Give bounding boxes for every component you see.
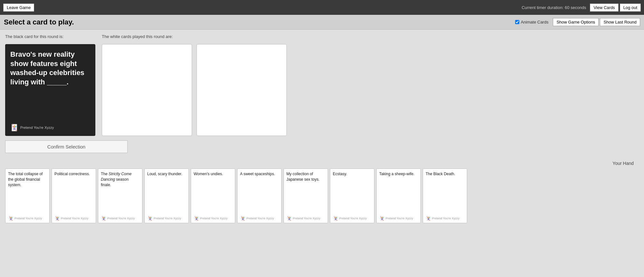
played-cards-label: The white cards played this round are: [102, 34, 639, 39]
hand-card-6[interactable]: My collection of Japanese sex toys. 🃏 Pr… [284, 168, 328, 223]
animate-cards-label[interactable]: Animate Cards [515, 20, 548, 24]
hand-card-logo-2: 🃏 [101, 216, 106, 221]
confirm-selection-button[interactable]: Confirm Selection [5, 140, 128, 153]
hand-card-text-3: Loud, scary thunder. [147, 171, 186, 177]
show-game-options-button[interactable]: Show Game Options [553, 18, 599, 26]
hand-card-logo-0: 🃏 [8, 216, 14, 221]
hand-card-logo-7: 🃏 [333, 216, 338, 221]
hand-card-text-6: My collection of Japanese sex toys. [286, 171, 325, 182]
show-last-round-button[interactable]: Show Last Round [600, 18, 640, 26]
hand-card-footer-7: 🃏 Pretend You're Xyzzy [333, 216, 371, 221]
hand-card-8[interactable]: Taking a sheep-wife. 🃏 Pretend You're Xy… [376, 168, 421, 223]
hand-card-footer-5: 🃏 Pretend You're Xyzzy [240, 216, 279, 221]
hand-card-brand-9: Pretend You're Xyzzy [432, 217, 459, 220]
black-card-text: Bravo's new reality show features eight … [10, 50, 90, 87]
hand-card-4[interactable]: Women's undies. 🃏 Pretend You're Xyzzy [191, 168, 235, 223]
hand-card-1[interactable]: Political correctness. 🃏 Pretend You're … [52, 168, 96, 223]
black-card-brand: Pretend You're Xyzzy [20, 126, 54, 129]
hand-card-0[interactable]: The total collapse of the global financi… [5, 168, 50, 223]
leave-game-button[interactable]: Leave Game [3, 4, 34, 12]
hand-card-logo-4: 🃏 [194, 216, 199, 221]
hand-card-text-1: Political correctness. [54, 171, 93, 177]
hand-card-footer-2: 🃏 Pretend You're Xyzzy [101, 216, 139, 221]
hand-card-footer-6: 🃏 Pretend You're Xyzzy [286, 216, 325, 221]
played-cards-row [102, 44, 639, 136]
hand-card-logo-3: 🃏 [147, 216, 153, 221]
logout-button[interactable]: Log out [620, 4, 641, 12]
hand-card-footer-3: 🃏 Pretend You're Xyzzy [147, 216, 186, 221]
hand-card-brand-6: Pretend You're Xyzzy [293, 217, 320, 220]
hand-card-text-4: Women's undies. [194, 171, 232, 177]
hand-card-footer-1: 🃏 Pretend You're Xyzzy [54, 216, 93, 221]
hand-card-footer-8: 🃏 Pretend You're Xyzzy [379, 216, 418, 221]
animate-cards-checkbox[interactable] [515, 20, 519, 24]
hand-card-text-2: The Strictly Come Dancing season finale. [101, 171, 139, 187]
hand-card-5[interactable]: A sweet spaceships. 🃏 Pretend You're Xyz… [237, 168, 282, 223]
page-title: Select a card to play. [4, 18, 74, 26]
hand-card-footer-4: 🃏 Pretend You're Xyzzy [194, 216, 232, 221]
hand-card-footer-0: 🃏 Pretend You're Xyzzy [8, 216, 47, 221]
hand-card-text-7: Ecstasy. [333, 171, 371, 177]
played-white-card-2 [197, 44, 287, 136]
cards-area: Bravo's new reality show features eight … [5, 44, 639, 136]
hand-card-brand-5: Pretend You're Xyzzy [246, 217, 274, 220]
hand-card-footer-9: 🃏 Pretend You're Xyzzy [426, 216, 464, 221]
topbar: Leave Game Current timer duration: 60 se… [0, 0, 644, 15]
hand-card-text-0: The total collapse of the global financi… [8, 171, 47, 187]
card-labels-row: The black card for this round is: The wh… [5, 34, 639, 42]
hand-card-text-9: The Black Death. [426, 171, 464, 177]
black-card-label: The black card for this round is: [5, 34, 95, 39]
hand-card-brand-4: Pretend You're Xyzzy [200, 217, 227, 220]
your-hand-label: Your Hand [5, 159, 639, 167]
hand-card-logo-6: 🃏 [286, 216, 292, 221]
animate-cards-text: Animate Cards [521, 20, 548, 24]
hand-card-brand-2: Pretend You're Xyzzy [107, 217, 135, 220]
hand-card-brand-0: Pretend You're Xyzzy [14, 217, 42, 220]
black-card: Bravo's new reality show features eight … [5, 44, 95, 136]
timer-text: Current timer duration: 60 seconds [522, 5, 586, 10]
main-content: The black card for this round is: The wh… [0, 30, 644, 228]
hand-card-7[interactable]: Ecstasy. 🃏 Pretend You're Xyzzy [330, 168, 374, 223]
subheader: Select a card to play. Animate Cards Sho… [0, 15, 644, 30]
hand-card-logo-5: 🃏 [240, 216, 245, 221]
hand-card-9[interactable]: The Black Death. 🃏 Pretend You're Xyzzy [423, 168, 467, 223]
hand-card-brand-8: Pretend You're Xyzzy [386, 217, 413, 220]
hand-card-brand-7: Pretend You're Xyzzy [339, 217, 367, 220]
hand-cards-row: The total collapse of the global financi… [5, 168, 639, 223]
black-card-footer: 🃏 Pretend You're Xyzzy [10, 124, 90, 131]
played-white-card-1 [102, 44, 192, 136]
hand-card-text-5: A sweet spaceships. [240, 171, 279, 177]
hand-section: The total collapse of the global financi… [5, 168, 639, 223]
hand-card-logo-1: 🃏 [54, 216, 60, 221]
hand-card-logo-8: 🃏 [379, 216, 385, 221]
hand-card-brand-3: Pretend You're Xyzzy [154, 217, 181, 220]
hand-card-text-8: Taking a sheep-wife. [379, 171, 418, 177]
hand-card-3[interactable]: Loud, scary thunder. 🃏 Pretend You're Xy… [144, 168, 189, 223]
hand-card-brand-1: Pretend You're Xyzzy [61, 217, 88, 220]
hand-card-logo-9: 🃏 [426, 216, 431, 221]
played-cards-section [102, 44, 639, 136]
hand-card-2[interactable]: The Strictly Come Dancing season finale.… [98, 168, 142, 223]
black-card-logo-icon: 🃏 [10, 124, 18, 131]
view-cards-button[interactable]: View Cards [590, 4, 618, 12]
